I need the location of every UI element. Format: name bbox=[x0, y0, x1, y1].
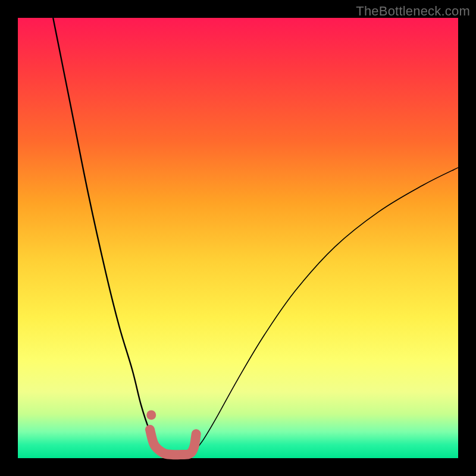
svg-point-0 bbox=[146, 410, 156, 419]
chart-frame: TheBottleneck.com bbox=[0, 0, 476, 476]
chart-svg bbox=[18, 18, 458, 458]
plot-area bbox=[18, 18, 458, 458]
watermark-text: TheBottleneck.com bbox=[356, 4, 470, 19]
